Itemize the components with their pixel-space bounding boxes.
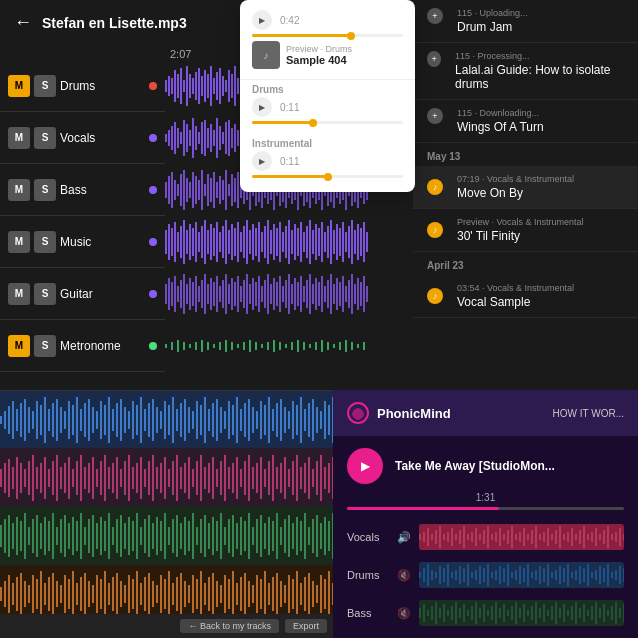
svg-rect-821 <box>419 608 421 618</box>
svg-rect-209 <box>180 226 182 258</box>
bass-solo-button[interactable]: S <box>34 179 56 201</box>
processing-icon: + <box>427 51 441 67</box>
guitar-solo-button[interactable]: S <box>34 283 56 305</box>
svg-rect-443 <box>276 403 278 437</box>
svg-rect-866 <box>599 608 601 618</box>
svg-rect-683 <box>228 579 230 609</box>
library-item-30-til[interactable]: ♪ Preview · Vocals & Instrumental 30' Ti… <box>413 209 638 252</box>
popup-play-1-button[interactable]: ▶ <box>252 10 272 30</box>
svg-rect-564 <box>88 519 90 553</box>
svg-rect-390 <box>64 411 66 429</box>
svg-rect-276 <box>177 286 179 302</box>
phonicmind-play-button[interactable]: ▶ <box>347 448 383 484</box>
svg-rect-477 <box>76 461 78 495</box>
svg-rect-224 <box>225 220 227 264</box>
svg-rect-458 <box>0 469 2 487</box>
svg-rect-702 <box>304 577 306 611</box>
phonicmind-time: 1:31 <box>333 492 638 507</box>
vocals-solo-button[interactable]: S <box>34 127 56 149</box>
svg-rect-367 <box>327 342 329 350</box>
svg-rect-553 <box>44 517 46 555</box>
svg-rect-469 <box>44 457 46 499</box>
svg-rect-716 <box>439 526 441 548</box>
back-arrow-icon[interactable]: ← <box>14 12 32 33</box>
svg-rect-631 <box>20 573 22 615</box>
popup-play-instrumental-button[interactable]: ▶ <box>252 151 272 171</box>
library-item-vocal-sample[interactable]: ♪ 03:54 · Vocals & Instrumental Vocal Sa… <box>413 275 638 318</box>
svg-rect-363 <box>303 342 305 350</box>
svg-rect-692 <box>264 571 266 617</box>
svg-rect-266 <box>351 220 353 264</box>
library-panel: + 115 · Uploading... Drum Jam + 115 · Pr… <box>413 0 638 330</box>
export-button[interactable]: Export <box>285 619 327 633</box>
svg-rect-159 <box>234 178 236 202</box>
svg-rect-225 <box>228 230 230 254</box>
svg-rect-273 <box>168 278 170 310</box>
svg-rect-503 <box>180 467 182 489</box>
svg-rect-360 <box>285 344 287 348</box>
library-item-move-on-by[interactable]: ♪ 07:19 · Vocals & Instrumental Move On … <box>413 166 638 209</box>
svg-rect-749 <box>571 528 573 546</box>
vocals-mute-button[interactable]: M <box>8 127 30 149</box>
drums-solo-button[interactable]: S <box>34 75 56 97</box>
svg-rect-725 <box>475 528 477 546</box>
svg-rect-451 <box>308 403 310 437</box>
svg-rect-289 <box>216 276 218 312</box>
svg-rect-325 <box>324 286 326 302</box>
svg-rect-830 <box>455 602 457 624</box>
svg-rect-635 <box>36 579 38 609</box>
svg-rect-336 <box>357 278 359 310</box>
svg-rect-497 <box>156 467 158 489</box>
phonicmind-drums-stem: Drums 🔇 <box>333 556 638 594</box>
svg-rect-690 <box>256 575 258 613</box>
svg-rect-346 <box>201 340 203 352</box>
svg-rect-847 <box>523 604 525 622</box>
svg-rect-808 <box>587 564 589 586</box>
metronome-solo-button[interactable]: S <box>34 335 56 357</box>
svg-rect-837 <box>483 604 485 622</box>
svg-rect-486 <box>112 463 114 493</box>
music-mute-button[interactable]: M <box>8 231 30 253</box>
svg-rect-245 <box>288 220 290 264</box>
svg-rect-153 <box>216 182 218 198</box>
svg-rect-559 <box>68 523 70 549</box>
svg-rect-639 <box>52 573 54 615</box>
svg-rect-795 <box>535 570 537 580</box>
library-item-wings[interactable]: + 115 · Downloading... Wings Of A Turn <box>413 100 638 143</box>
svg-rect-809 <box>591 572 593 578</box>
svg-rect-247 <box>294 224 296 260</box>
back-to-tracks-button[interactable]: ← Back to my tracks <box>180 619 279 633</box>
svg-rect-4 <box>177 74 179 98</box>
svg-rect-89 <box>228 120 230 156</box>
svg-rect-597 <box>220 513 222 559</box>
svg-rect-730 <box>495 532 497 542</box>
popup-time-1: 0:42 <box>280 15 299 26</box>
svg-rect-437 <box>252 407 254 433</box>
library-item-drum-jam[interactable]: + 115 · Uploading... Drum Jam <box>413 0 638 43</box>
svg-rect-794 <box>531 572 533 578</box>
svg-rect-8 <box>189 74 191 98</box>
svg-rect-705 <box>316 585 318 603</box>
svg-rect-546 <box>16 517 18 555</box>
svg-rect-424 <box>200 405 202 435</box>
svg-rect-421 <box>188 407 190 433</box>
svg-rect-68 <box>165 134 167 142</box>
svg-rect-854 <box>551 606 553 620</box>
svg-rect-549 <box>28 527 30 545</box>
phonicmind-panel: PhonicMind HOW IT WOR... ▶ Take Me Away … <box>333 390 638 638</box>
drums-mute-button[interactable]: M <box>8 75 30 97</box>
library-item-lalal-guide[interactable]: + 115 · Processing... Lalal.ai Guide: Ho… <box>413 43 638 100</box>
metronome-mute-button[interactable]: M <box>8 335 30 357</box>
svg-rect-482 <box>96 469 98 487</box>
svg-rect-341 <box>171 342 173 350</box>
svg-rect-584 <box>168 527 170 545</box>
svg-rect-312 <box>285 280 287 308</box>
music-solo-button[interactable]: S <box>34 231 56 253</box>
svg-rect-543 <box>4 519 6 553</box>
guitar-mute-button[interactable]: M <box>8 283 30 305</box>
bass-mute-button[interactable]: M <box>8 179 30 201</box>
popup-play-drums-button[interactable]: ▶ <box>252 97 272 117</box>
music-label: Music <box>60 235 141 249</box>
svg-rect-704 <box>312 581 314 607</box>
svg-rect-442 <box>272 409 274 431</box>
